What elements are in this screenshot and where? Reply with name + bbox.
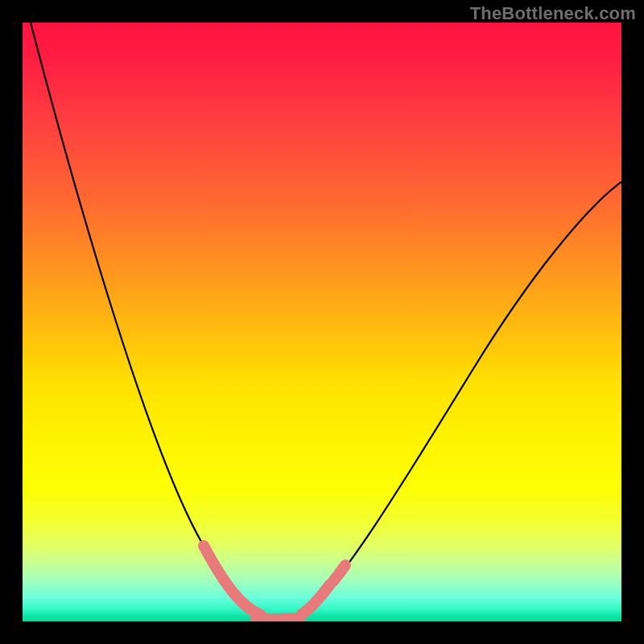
curve-right-branch: [282, 182, 621, 618]
chart-frame: TheBottleneck.com: [0, 0, 644, 644]
plot-area: [23, 23, 621, 621]
curve-layer: [23, 23, 621, 621]
watermark-text: TheBottleneck.com: [470, 3, 636, 24]
zone-marker-bottom: [256, 617, 300, 619]
curve-left-branch: [31, 23, 282, 618]
zone-marker-right-a: [302, 584, 330, 614]
zone-marker-left: [204, 546, 261, 615]
zone-marker-right-b: [333, 565, 345, 581]
